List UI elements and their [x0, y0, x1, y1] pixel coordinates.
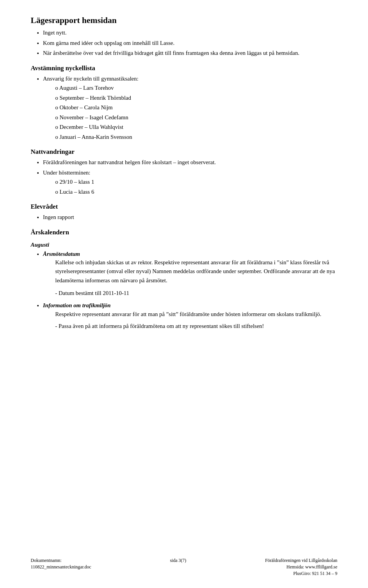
section-elevradet: Elevrådet Ingen rapport — [31, 203, 337, 222]
trafikmiljo-text2: - Passa även på att informera på föräldr… — [55, 322, 337, 331]
augusti-list: Årsmötesdatum Kallelse och inbjudan skic… — [31, 250, 337, 331]
list-item-arsmote: Årsmötesdatum Kallelse och inbjudan skic… — [43, 250, 337, 298]
list-item: December – Ulla Wahlqvist — [55, 123, 337, 132]
list-item: Oktober – Carola Nijm — [55, 103, 337, 112]
list-item: 29/10 – klass 1 — [55, 178, 337, 186]
arsmote-content: Kallelse och inbjudan skickas ut av rekt… — [55, 258, 337, 297]
list-item: Under höstterminen: 29/10 – klass 1 Luci… — [43, 168, 337, 196]
section-avstamning: Avstämning nyckellista Ansvarig för nyck… — [31, 64, 337, 142]
heading-arskalendern: Årskalendern — [31, 229, 337, 236]
footer-org-name: Föräldraföreningen vid Lillgårdsskolan — [265, 558, 337, 563]
heading-elevradet: Elevrådet — [31, 203, 337, 211]
nattvandringar-sub: 29/10 – klass 1 Lucia – klass 6 — [43, 178, 337, 196]
list-item: November – Isagel Cedefamn — [55, 113, 337, 122]
lagesrapport-list: Inget nytt. Kom gärna med idéer och upps… — [31, 28, 337, 58]
footer-plusgiro: PlusGiro: 921 51 34 – 9 — [265, 571, 337, 576]
heading-nattvandringar: Nattvandringar — [31, 148, 337, 156]
arsmote-date: - Datum bestämt till 2011-10-11 — [55, 289, 337, 298]
heading-arsmotesdatum: Årsmötesdatum — [43, 251, 80, 257]
trafikmiljo-text1: Respektive representant ansvarar för att… — [55, 310, 337, 319]
footer-right: Föräldraföreningen vid Lillgårdsskolan H… — [265, 558, 337, 576]
nyckellista-sub: Augusti – Lars Torehov September – Henri… — [43, 84, 337, 141]
footer-center: sida 3(7) — [170, 558, 186, 563]
footer-left: Dokumentnamn: 110822_minnesanteckningar.… — [31, 558, 91, 570]
list-item-trafikmiljo: Information om trafikmiljön Respektive r… — [43, 301, 337, 331]
section-nattvandringar: Nattvandringar Föräldraföreningen har na… — [31, 148, 337, 196]
section-heading-lagesrapport: Lägesrapport hemsidan — [31, 15, 337, 25]
heading-augusti: Augusti — [31, 242, 337, 248]
elevradet-list: Ingen rapport — [31, 213, 337, 222]
list-item: September – Henrik Thörnblad — [55, 94, 337, 102]
avstamning-list: Ansvarig för nyckeln till gymnastiksalen… — [31, 74, 337, 142]
page-content: Lägesrapport hemsidan Inget nytt. Kom gä… — [31, 15, 337, 331]
footer-website: Hemsida: www.fflillgard.se — [265, 564, 337, 570]
section-arskalendern: Årskalendern Augusti Årsmötesdatum Kalle… — [31, 229, 337, 331]
list-item: Inget nytt. — [43, 28, 337, 37]
subsection-augusti: Augusti Årsmötesdatum Kallelse och inbju… — [31, 242, 337, 331]
page-footer: Dokumentnamn: 110822_minnesanteckningar.… — [0, 558, 368, 576]
nattvandringar-list: Föräldraföreningen har nattvandrat helge… — [31, 158, 337, 196]
list-item: Januari – Anna-Karin Svensson — [55, 133, 337, 142]
list-item: Ansvarig för nyckeln till gymnastiksalen… — [43, 74, 337, 142]
heading-trafikmiljo: Information om trafikmiljön — [43, 302, 111, 308]
footer-doc-value: 110822_minnesanteckningar.doc — [31, 564, 91, 570]
list-item: Kom gärna med idéer och uppslag om inneh… — [43, 39, 337, 48]
list-item: Lucia – klass 6 — [55, 188, 337, 196]
trafikmiljo-content: Respektive representant ansvarar för att… — [55, 310, 337, 331]
arsmote-text1: Kallelse och inbjudan skickas ut av rekt… — [55, 258, 337, 285]
footer-doc-label: Dokumentnamn: — [31, 558, 91, 563]
list-item: Augusti – Lars Torehov — [55, 84, 337, 92]
list-item: Föräldraföreningen har nattvandrat helge… — [43, 158, 337, 167]
heading-avstamning: Avstämning nyckellista — [31, 64, 337, 72]
footer-page-number: sida 3(7) — [170, 558, 186, 563]
list-item: Ingen rapport — [43, 213, 337, 222]
list-item: När årsberättelse över vad det frivillig… — [43, 49, 337, 58]
